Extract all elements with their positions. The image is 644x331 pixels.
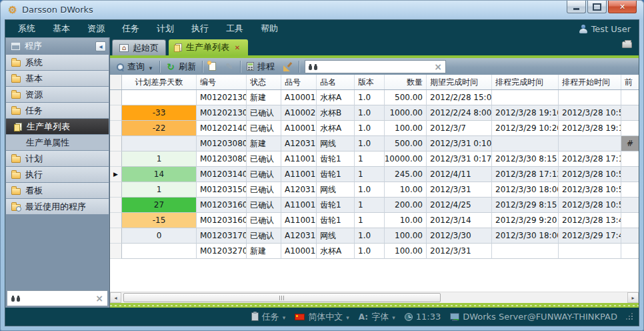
- table-cell: 2012/3/30 18:00: [492, 182, 559, 198]
- new-button[interactable]: [206, 59, 219, 73]
- table-row[interactable]: M012030801新建A12031网线1.0500.002012/3/31 0…: [110, 136, 639, 151]
- status-task-menu[interactable]: 任务: [251, 311, 286, 323]
- status-font-menu[interactable]: 字体: [359, 311, 395, 323]
- column-header[interactable]: 排程开始时间: [559, 75, 621, 89]
- toolbar-search-box[interactable]: [305, 60, 446, 73]
- table-row[interactable]: 27M012031601已确认A11001齿轮11200.002012/4/25…: [110, 198, 639, 213]
- table-corner-cell: [110, 75, 122, 89]
- menu-item[interactable]: 系统: [9, 20, 44, 37]
- toolbar-search-input[interactable]: [321, 61, 431, 72]
- sidebar-item[interactable]: 系统: [6, 55, 109, 70]
- column-header[interactable]: 数量: [385, 75, 427, 89]
- table-row[interactable]: M012021301新建A10001水杯A1.0500.002012/2/28 …: [110, 90, 639, 105]
- table-cell: 2012/3/31 0:10: [427, 136, 492, 151]
- row-selector[interactable]: [110, 198, 122, 213]
- column-header[interactable]: 期望完成时间: [427, 75, 492, 89]
- user-icon: [579, 25, 587, 33]
- table-row[interactable]: -15M012031602已确认A11001齿轮1110.002012/3/14…: [110, 213, 639, 228]
- printer-icon[interactable]: [622, 41, 632, 48]
- scrollbar-thumb[interactable]: [123, 293, 441, 302]
- row-selector[interactable]: [110, 121, 122, 136]
- sidebar-collapse-button[interactable]: [95, 41, 106, 51]
- sidebar-item-label: 基本: [25, 73, 43, 85]
- sidebar-item[interactable]: 生产单属性: [6, 135, 109, 150]
- folder-icon: [11, 60, 21, 67]
- language-label: 简体中文: [308, 311, 343, 323]
- row-selector[interactable]: ▶: [110, 167, 122, 182]
- table-cell: 2012/3/29 10:20: [492, 121, 559, 136]
- status-server[interactable]: DWorks Server@FUNWAY-THINKPAD: [450, 312, 617, 322]
- scroll-right-button[interactable]: [627, 292, 639, 303]
- maximize-button[interactable]: [587, 1, 607, 13]
- close-button[interactable]: [608, 1, 637, 13]
- table-row[interactable]: 1M012030802已确认A11001齿轮1110000.002012/3/3…: [110, 151, 639, 167]
- toolbar-search-clear-icon[interactable]: [434, 63, 442, 71]
- row-selector[interactable]: [110, 136, 122, 151]
- edit-button[interactable]: [222, 59, 237, 73]
- sidebar-search-clear-icon[interactable]: [95, 294, 103, 302]
- sidebar-item[interactable]: 生产单列表: [6, 119, 109, 134]
- status-language-menu[interactable]: 简体中文: [295, 311, 349, 323]
- status-time: 11:33: [416, 312, 441, 322]
- menu-item[interactable]: 计划: [148, 20, 183, 37]
- user-indicator[interactable]: Test User: [579, 24, 635, 34]
- sidebar-item[interactable]: 任务: [6, 103, 109, 118]
- clean-button[interactable]: [281, 59, 295, 73]
- table-cell: M012021401: [197, 121, 247, 136]
- menu-item[interactable]: 任务: [113, 20, 148, 37]
- horizontal-scrollbar[interactable]: [110, 292, 639, 303]
- menu-item[interactable]: 帮助: [252, 20, 287, 37]
- table-row[interactable]: M012032701新建A10001水杯A1.0100.002012/3/31: [110, 244, 639, 259]
- sidebar-item[interactable]: 资源: [6, 87, 109, 102]
- column-header[interactable]: 版本: [355, 75, 385, 89]
- table-cell: 水杯A: [317, 121, 355, 136]
- query-button[interactable]: 查询: [113, 59, 156, 73]
- table-row[interactable]: -22M012021401已确认A10001水杯A1.0100.002012/3…: [110, 121, 639, 136]
- row-selector[interactable]: [110, 213, 122, 228]
- tab-close-icon[interactable]: [233, 43, 241, 51]
- sidebar-item[interactable]: 执行: [6, 167, 109, 182]
- column-header[interactable]: 排程完成时间: [492, 75, 559, 89]
- row-selector[interactable]: [110, 228, 122, 244]
- column-header[interactable]: 品号: [281, 75, 317, 89]
- refresh-button[interactable]: 刷新: [163, 59, 199, 73]
- scroll-left-button[interactable]: [110, 292, 121, 303]
- column-header[interactable]: 计划差异天数: [122, 75, 197, 89]
- column-header[interactable]: 状态: [247, 75, 281, 89]
- chevron-down-icon: [392, 312, 395, 322]
- menu-item[interactable]: 执行: [183, 20, 217, 37]
- row-selector[interactable]: [110, 182, 122, 198]
- table-cell: 齿轮1: [317, 167, 355, 182]
- resize-grip[interactable]: [627, 314, 633, 320]
- table-row[interactable]: 0M012031701已确认A12031网线1.0100.002012/3/30…: [110, 228, 639, 244]
- sidebar-search-input[interactable]: [24, 293, 91, 304]
- table-cell: 2012/3/29 17:46: [559, 228, 621, 244]
- table-cell: A10001: [281, 121, 317, 136]
- table-cell: A11001: [281, 213, 317, 228]
- tab-production-order-list[interactable]: 生产单列表: [169, 39, 248, 55]
- tab-start-page[interactable]: 起始页: [112, 39, 166, 55]
- column-header[interactable]: 编号: [197, 75, 247, 89]
- sidebar-item[interactable]: 基本: [6, 71, 109, 86]
- schedule-button[interactable]: 排程: [244, 59, 277, 73]
- table-row[interactable]: -33M012021302已确认A10002水杯B1.01000.002012/…: [110, 105, 639, 121]
- sidebar-search-box[interactable]: [7, 290, 108, 306]
- title-bar[interactable]: Darsson DWorks: [5, 0, 639, 19]
- sidebar-item[interactable]: 计划: [6, 151, 109, 166]
- row-selector[interactable]: [110, 105, 122, 121]
- menu-item[interactable]: 基本: [44, 20, 79, 37]
- minimize-button[interactable]: [567, 1, 586, 13]
- column-header[interactable]: 品名: [317, 75, 355, 89]
- sidebar-item[interactable]: 最近使用的程序: [6, 199, 109, 214]
- row-selector[interactable]: [110, 244, 122, 259]
- table-row[interactable]: 1M012031501已确认A12031网线1.010.002012/3/312…: [110, 182, 639, 198]
- row-selector[interactable]: [110, 90, 122, 105]
- status-clock[interactable]: 11:33: [405, 312, 441, 322]
- row-selector[interactable]: [110, 151, 122, 167]
- table-cell: 已确认: [247, 105, 281, 121]
- table-row[interactable]: ▶14M012031402已确认A11001齿轮11245.002012/4/1…: [110, 167, 639, 182]
- column-header[interactable]: 前: [621, 75, 639, 89]
- sidebar-item[interactable]: 看板: [6, 183, 109, 198]
- menu-item[interactable]: 工具: [217, 20, 252, 37]
- menu-item[interactable]: 资源: [79, 20, 113, 37]
